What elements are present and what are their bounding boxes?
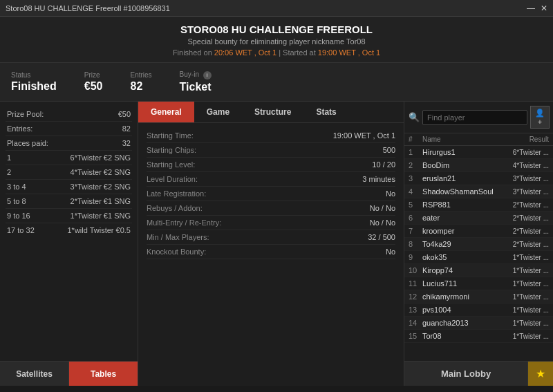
player-num: 11 xyxy=(409,279,422,288)
tab-content: Starting Time:19:00 WET , Oct 1Starting … xyxy=(138,123,404,386)
tab-stats[interactable]: Stats xyxy=(303,102,348,122)
player-row[interactable]: 4 ShadowShamanSoul 3*Twister ... xyxy=(404,185,553,198)
player-name: kroomper xyxy=(422,227,500,235)
player-row[interactable]: 3 eruslan21 3*Twister ... xyxy=(404,172,553,185)
status-label: Status xyxy=(11,71,57,79)
search-icon: 🔍 xyxy=(409,112,420,122)
player-row[interactable]: 14 guancha2013 1*Twister ... xyxy=(404,317,553,330)
player-result: 2*Twister ... xyxy=(500,201,549,209)
player-result: 2*Twister ... xyxy=(500,241,549,248)
player-result: 6*Twister ... xyxy=(500,149,549,156)
player-row[interactable]: 5 RSP881 2*Twister ... xyxy=(404,198,553,212)
finished-message: This tournament has finished. xyxy=(147,270,395,386)
satellites-button[interactable]: Satellites xyxy=(0,362,69,386)
player-name: Hirurgus1 xyxy=(422,148,500,156)
player-num: 6 xyxy=(409,214,422,222)
status-item-entries: Entries 82 xyxy=(130,71,151,93)
info-row: Late Registration:No xyxy=(147,187,395,201)
player-name: eater xyxy=(422,214,500,222)
tab-game[interactable]: Game xyxy=(194,102,242,122)
status-item-status: Status Finished xyxy=(11,71,57,93)
player-row[interactable]: 6 eater 2*Twister ... xyxy=(404,212,553,225)
finished-label: Finished on xyxy=(173,48,214,57)
player-result: 1*Twister ... xyxy=(500,333,549,340)
minimize-button[interactable]: — xyxy=(527,3,535,13)
player-row[interactable]: 15 Tor08 1*Twister ... xyxy=(404,330,553,343)
player-name: chikamyrmoni xyxy=(422,292,500,301)
right-panel: 🔍 👤+ # Name Result 1 Hirurgus1 6*Twister… xyxy=(404,102,553,386)
tournament-header: STORO08 HU CHALLENGE FREEROLL Special bo… xyxy=(0,17,553,63)
player-row[interactable]: 8 To4ka29 2*Twister ... xyxy=(404,238,553,251)
player-result: 1*Twister ... xyxy=(500,319,549,327)
player-name: guancha2013 xyxy=(422,319,500,327)
main-lobby-bar: Main Lobby ★ xyxy=(404,361,553,386)
left-panel: Prize Pool:€50Entries:82Places paid:3216… xyxy=(0,102,138,386)
player-row[interactable]: 11 Lucius711 1*Twister ... xyxy=(404,277,553,290)
player-row[interactable]: 9 okok35 1*Twister ... xyxy=(404,251,553,264)
player-result: 1*Twister ... xyxy=(500,254,549,261)
player-row[interactable]: 12 chikamyrmoni 1*Twister ... xyxy=(404,290,553,304)
add-player-button[interactable]: 👤+ xyxy=(530,106,550,129)
tab-general[interactable]: General xyxy=(138,102,194,122)
tables-button[interactable]: Tables xyxy=(69,362,138,386)
player-num: 2 xyxy=(409,161,422,169)
prize-table: Prize Pool:€50Entries:82Places paid:3216… xyxy=(0,102,138,361)
started-time: 19:00 WET , Oct 1 xyxy=(318,48,380,57)
title-bar: Storo08 HU CHALLENGE Freeroll #100895683… xyxy=(0,0,553,17)
favorite-button[interactable]: ★ xyxy=(528,362,553,386)
buyin-label: Buy-in i xyxy=(180,71,212,79)
player-num: 15 xyxy=(409,332,422,340)
player-row[interactable]: 13 pvs1004 1*Twister ... xyxy=(404,304,553,317)
player-num: 13 xyxy=(409,306,422,314)
title-bar-text: Storo08 HU CHALLENGE Freeroll #100895683… xyxy=(6,4,170,12)
tabs: GeneralGameStructureStats xyxy=(138,102,404,123)
info-row: Level Duration:3 minutes xyxy=(147,172,395,187)
prize-row: 24*Twister €2 SNG xyxy=(6,165,132,180)
player-row[interactable]: 7 kroomper 2*Twister ... xyxy=(404,225,553,238)
player-result: 3*Twister ... xyxy=(500,188,549,196)
info-row: Rebuys / Addon:No / No xyxy=(147,201,395,216)
search-input[interactable] xyxy=(422,110,527,125)
player-result: 1*Twister ... xyxy=(500,280,549,288)
player-result: 1*Twister ... xyxy=(500,306,549,314)
prize-row: Prize Pool:€50 xyxy=(6,107,132,122)
status-item-buyin: Buy-in i Ticket xyxy=(180,71,212,93)
player-num: 4 xyxy=(409,187,422,196)
prize-row: 9 to 161*Twister €1 SNG xyxy=(6,209,132,223)
player-table-header: # Name Result xyxy=(404,133,553,146)
player-row[interactable]: 10 Kiropp74 1*Twister ... xyxy=(404,264,553,277)
player-num: 12 xyxy=(409,292,422,301)
player-name: Tor08 xyxy=(422,332,500,340)
prize-value: €50 xyxy=(84,80,103,93)
player-result: 1*Twister ... xyxy=(500,267,549,274)
info-icon: i xyxy=(203,71,212,80)
player-list: 1 Hirurgus1 6*Twister ... 2 BooDim 4*Twi… xyxy=(404,146,553,361)
player-name: pvs1004 xyxy=(422,306,500,314)
player-name: BooDim xyxy=(422,161,500,169)
prize-label: Prize xyxy=(84,71,103,79)
info-row: Starting Chips:500 xyxy=(147,143,395,158)
player-row[interactable]: 1 Hirurgus1 6*Twister ... xyxy=(404,146,553,159)
tournament-subtitle: Special bounty for eliminating player ni… xyxy=(6,37,547,46)
status-item-prize: Prize €50 xyxy=(84,71,103,93)
player-name: Kiropp74 xyxy=(422,266,500,274)
player-num: 8 xyxy=(409,240,422,248)
search-bar: 🔍 👤+ xyxy=(404,102,553,133)
player-row[interactable]: 2 BooDim 4*Twister ... xyxy=(404,159,553,172)
tab-structure[interactable]: Structure xyxy=(242,102,303,122)
player-name: Lucius711 xyxy=(422,279,500,288)
player-num: 7 xyxy=(409,227,422,235)
close-button[interactable]: ✕ xyxy=(541,3,547,13)
main-lobby-button[interactable]: Main Lobby xyxy=(404,362,528,386)
player-num: 3 xyxy=(409,174,422,183)
player-name: RSP881 xyxy=(422,200,500,209)
tournament-title: STORO08 HU CHALLENGE FREEROLL xyxy=(6,24,547,35)
player-result: 1*Twister ... xyxy=(500,293,549,301)
player-result: 2*Twister ... xyxy=(500,214,549,222)
player-num: 1 xyxy=(409,148,422,156)
player-name: okok35 xyxy=(422,253,500,261)
header-num: # xyxy=(409,136,422,143)
header-result: Result xyxy=(500,136,549,143)
player-result: 3*Twister ... xyxy=(500,175,549,183)
prize-row: Entries:82 xyxy=(6,122,132,136)
